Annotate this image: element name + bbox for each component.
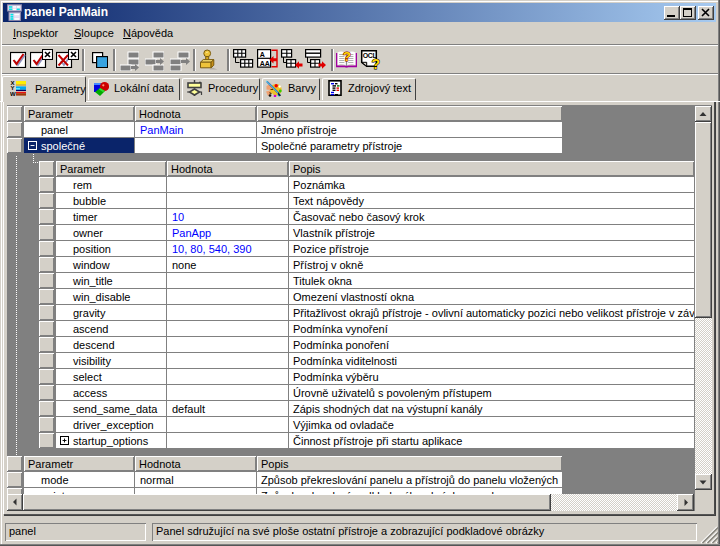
- svg-text:W: W: [10, 91, 16, 96]
- svg-text:AA: AA: [260, 60, 270, 67]
- svg-text:?: ?: [372, 56, 381, 71]
- svg-text:?: ?: [343, 49, 351, 64]
- svg-text:A: A: [260, 51, 265, 58]
